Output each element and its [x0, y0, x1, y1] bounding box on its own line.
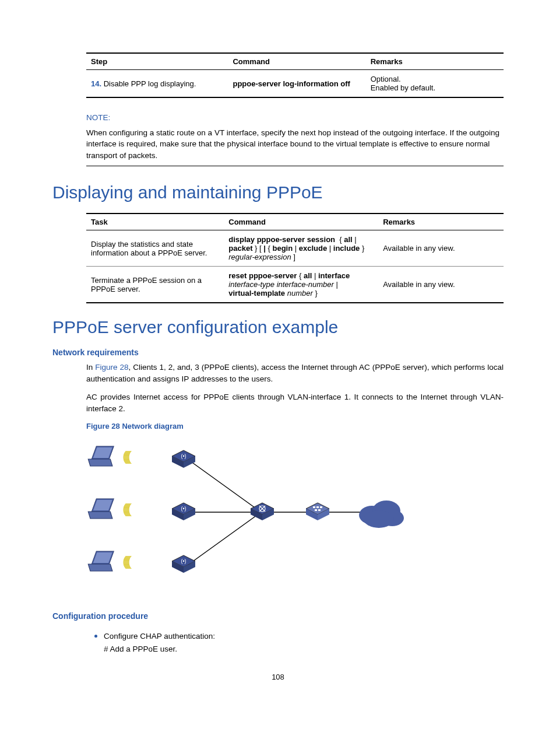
note-label: NOTE:: [86, 112, 504, 124]
procedure-list: Configure CHAP authentication: # Add a P…: [86, 628, 504, 655]
list-item: Configure CHAP authentication: # Add a P…: [104, 628, 504, 655]
task-desc: Display the statistics and state informa…: [86, 230, 224, 267]
heading-config-example: PPPoE server configuration example: [52, 317, 504, 337]
col-remarks: Remarks: [366, 53, 504, 70]
netreq-paragraph1: In Figure 28, Clients 1, 2, and, 3 (PPPo…: [86, 362, 504, 384]
laptop-icon: [86, 550, 115, 573]
col-command: Command: [224, 214, 378, 230]
svg-marker-13: [86, 564, 115, 571]
task-command: reset pppoe-server { all | interface int…: [224, 267, 378, 303]
task-table: Task Command Remarks Display the statist…: [86, 213, 504, 303]
switch-icon: [249, 502, 275, 523]
figure-reference: Figure 28: [95, 363, 128, 372]
col-task: Task: [86, 214, 224, 230]
svg-marker-7: [86, 459, 115, 466]
step-number: 14.: [91, 79, 101, 88]
router-icon: [305, 502, 330, 523]
step-command: pppoe-server log-information off: [228, 70, 365, 98]
svg-text:(•): (•): [181, 453, 186, 459]
task-remarks: Available in any view.: [378, 230, 504, 267]
svg-text:(•): (•): [181, 506, 186, 512]
note-text: When configuring a static route on a VT …: [86, 127, 504, 162]
step-table: Step Command Remarks 14. Disable PPP log…: [86, 52, 504, 98]
wifi-icon: ))))): [126, 501, 132, 517]
task-remarks: Available in any view.: [378, 267, 504, 303]
svg-point-43: [364, 510, 394, 528]
table-row: Terminate a PPPoE session on a PPPoE ser…: [86, 267, 504, 303]
step-remarks-line1: Optional.: [371, 75, 499, 83]
wifi-icon: ))))): [126, 553, 132, 569]
netreq-paragraph2: AC provides Internet access for PPPoE cl…: [86, 391, 504, 414]
col-remarks: Remarks: [378, 214, 504, 230]
task-command: display pppoe-server session { all | pac…: [224, 230, 378, 267]
step-remarks-line2: Enabled by default.: [371, 83, 499, 92]
page-number: 108: [52, 673, 504, 681]
note-block: NOTE: When configuring a static route on…: [86, 112, 504, 166]
table-row: 14. Disable PPP log displaying. pppoe-se…: [86, 70, 504, 98]
svg-rect-39: [318, 509, 321, 511]
subheading-configuration-procedure: Configuration procedure: [52, 611, 504, 621]
figure-caption: Figure 28 Network diagram: [86, 422, 504, 430]
cloud-icon: [354, 495, 407, 532]
access-point-icon: (•): [171, 449, 196, 470]
svg-marker-10: [86, 512, 115, 519]
access-point-icon: (•): [171, 502, 196, 523]
wifi-icon: ))))): [126, 448, 132, 464]
svg-rect-35: [313, 506, 315, 508]
svg-text:(•): (•): [181, 558, 186, 564]
subheading-network-requirements: Network requirements: [52, 348, 504, 357]
table-row: Display the statistics and state informa…: [86, 230, 504, 267]
access-point-icon: (•): [171, 554, 196, 575]
svg-rect-38: [315, 509, 317, 511]
laptop-icon: [86, 498, 115, 521]
network-diagram: ))))) ))))) ))))) (•) (•) (•): [86, 436, 401, 588]
task-desc: Terminate a PPPoE session on a PPPoE ser…: [86, 267, 224, 303]
step-desc: Disable PPP log displaying.: [104, 79, 196, 88]
laptop-icon: [86, 445, 115, 468]
col-command: Command: [228, 53, 365, 70]
col-step: Step: [86, 53, 228, 70]
svg-rect-37: [320, 506, 322, 508]
heading-display-maintain: Displaying and maintaining PPPoE: [52, 183, 504, 202]
svg-rect-36: [316, 506, 319, 508]
